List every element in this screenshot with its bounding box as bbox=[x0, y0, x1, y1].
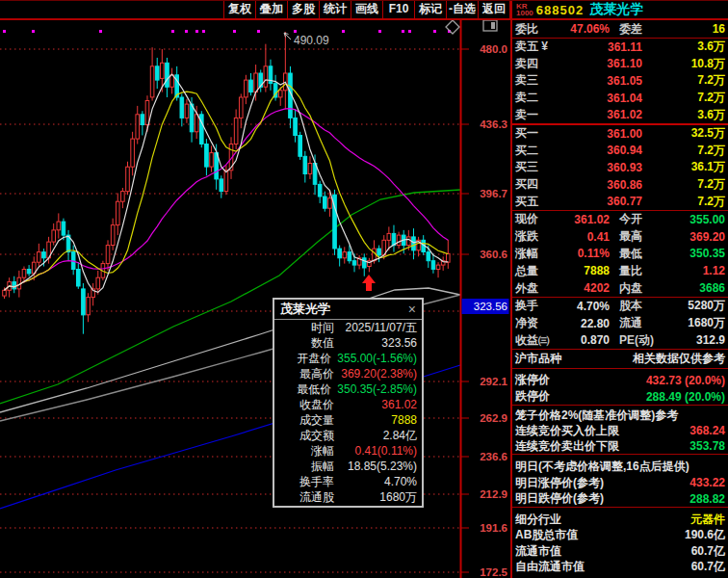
axis-label: 172.5 bbox=[480, 566, 507, 578]
quote-cell: 最高 bbox=[610, 228, 669, 245]
quote-cell: 361.11 bbox=[565, 40, 642, 54]
quote-cell: 22.80 bbox=[554, 317, 610, 330]
quote-cell: AB股总市值 bbox=[515, 527, 578, 543]
quote-cell: 47.06% bbox=[554, 22, 610, 36]
info-label: 成交量 bbox=[274, 412, 340, 429]
info-label: 最高价 bbox=[274, 366, 340, 382]
quote-cell: 内盘 bbox=[610, 280, 669, 297]
candle-body bbox=[111, 225, 115, 246]
candle-body bbox=[397, 235, 401, 246]
quote-cell: 433.22 bbox=[604, 476, 725, 489]
candle-body bbox=[447, 253, 451, 262]
info-dialog-body: 时间2025/11/07/五数值323.56开盘价355.00(-1.56%)最… bbox=[274, 320, 422, 505]
quote-cell: 量比 bbox=[610, 263, 669, 279]
quote-cell: 288.82 bbox=[604, 492, 725, 506]
candle-body bbox=[190, 104, 194, 132]
info-row: 收盘价361.02 bbox=[274, 397, 422, 412]
info-dialog-titlebar: 茂莱光学 × bbox=[274, 300, 422, 320]
limits-row: 跌停价288.49 (20.0%) bbox=[512, 388, 728, 405]
signal-dot bbox=[433, 30, 436, 33]
quote-cell: 卖四 bbox=[515, 56, 565, 72]
candle-body bbox=[185, 104, 189, 118]
quote-cell: 3.6万 bbox=[642, 39, 725, 55]
candle-body bbox=[22, 270, 26, 278]
info-label: 换手率 bbox=[274, 474, 340, 490]
quote-cell: 361.02 bbox=[554, 213, 610, 226]
signal-dot bbox=[32, 30, 35, 33]
quote-cell: 3.6万 bbox=[642, 107, 725, 123]
app-window: 490.09480.0436.3396.7360.6292.1262.9236.… bbox=[0, 0, 728, 578]
quote-cell: 7.2万 bbox=[642, 194, 725, 210]
signal-dot bbox=[402, 30, 404, 33]
quote-cell: 7888 bbox=[554, 264, 610, 277]
quote-cell: 自由流通市值 bbox=[515, 559, 585, 575]
candle-body bbox=[87, 298, 91, 315]
candle-body bbox=[362, 258, 366, 268]
candle-body bbox=[264, 66, 268, 87]
quote-cell: 连续竞价卖出价下限 bbox=[515, 438, 619, 454]
info-label: 时间 bbox=[274, 320, 340, 336]
crosshair-price-label: 323.56 bbox=[474, 301, 507, 312]
quote-cell: 现价 bbox=[515, 211, 554, 227]
signal-dot bbox=[378, 30, 381, 33]
section-asks: 卖五 ¥361.113.6万卖四361.1010.8万卖三361.057.2万卖… bbox=[512, 39, 728, 123]
toolbar-button[interactable]: 返回 bbox=[478, 1, 510, 18]
quote-cell: 368.24 bbox=[619, 424, 725, 437]
info-value: 369.20(2.38%) bbox=[340, 367, 422, 381]
quote-cell: 190.6亿 bbox=[578, 527, 725, 543]
candle-body bbox=[155, 66, 159, 80]
candle-body bbox=[136, 115, 140, 139]
toolbar-button[interactable]: F10 bbox=[382, 1, 414, 18]
candle-body bbox=[338, 249, 342, 258]
toolbar-button[interactable]: -自选 bbox=[446, 1, 478, 18]
quote-cell: 笼子价格2%(随基准价调整)参考 bbox=[515, 407, 725, 423]
candle-body bbox=[161, 63, 165, 78]
candle-body bbox=[52, 230, 56, 242]
quote-cell: 36.1万 bbox=[642, 159, 725, 175]
toolbar-button[interactable]: 画线 bbox=[351, 1, 382, 18]
industry-row: 细分行业元器件 bbox=[512, 512, 728, 528]
toolbar-button[interactable]: 复权 bbox=[223, 1, 255, 18]
stats1-row: 总量7888量比1.12 bbox=[512, 262, 728, 279]
tomorrow-row: 明日(不考虑价格调整,16点后提供) bbox=[512, 459, 728, 475]
candle-body bbox=[77, 270, 81, 287]
stats1-row: 现价361.02今开355.00 bbox=[512, 211, 728, 228]
signal-dot bbox=[202, 30, 205, 33]
axis-label: 292.1 bbox=[480, 376, 507, 387]
quote-cell: 卖三 bbox=[515, 72, 565, 89]
axis-label: 212.9 bbox=[480, 488, 507, 500]
toolbar-button[interactable]: 统计 bbox=[319, 1, 351, 18]
toolbar-button[interactable]: 叠加 bbox=[255, 1, 287, 18]
quote-cell: 收益㈢ bbox=[515, 332, 554, 349]
limits-row: 涨停价432.73 (20.0%) bbox=[512, 372, 728, 388]
quote-cell: 7.2万 bbox=[642, 90, 725, 106]
kline-chart[interactable]: 490.09480.0436.3396.7360.6292.1262.9236.… bbox=[0, 1, 510, 578]
quote-cell: 4202 bbox=[554, 281, 610, 295]
candle-body bbox=[234, 118, 238, 144]
quote-cell: 沪市品种 bbox=[515, 351, 561, 367]
quote-cell: 跌停价 bbox=[515, 388, 550, 405]
candle-body bbox=[427, 252, 430, 261]
axis-label: 396.7 bbox=[480, 188, 507, 199]
stock-name: 茂莱光学 bbox=[589, 1, 643, 18]
section-weibi: 委比47.06%委差16 bbox=[512, 20, 728, 38]
candle-body bbox=[239, 97, 243, 118]
quote-sections: 委比47.06%委差16卖五 ¥361.113.6万卖四361.1010.8万卖… bbox=[512, 20, 728, 575]
bids-row: 买一361.0032.5万 bbox=[512, 125, 728, 143]
section-bids: 买一361.0032.5万买二360.947.2万买三360.9336.1万买四… bbox=[512, 125, 728, 210]
toolbar-button[interactable]: 多股 bbox=[287, 1, 319, 18]
info-row: 时间2025/11/07/五 bbox=[274, 320, 422, 335]
tomorrow-row: 明日涨停价(参考)433.22 bbox=[512, 475, 728, 491]
toolbar-button[interactable]: 标记 bbox=[414, 1, 446, 18]
close-icon[interactable]: × bbox=[408, 302, 416, 317]
info-label: 数值 bbox=[274, 335, 340, 352]
quote-cell: 360.77 bbox=[565, 195, 642, 208]
quote-cell: 买一 bbox=[515, 125, 565, 142]
axis-label: 262.9 bbox=[480, 412, 507, 424]
industry-row: 流通市值60.7亿 bbox=[512, 543, 728, 560]
logo-bottom: 1000 bbox=[516, 10, 533, 16]
quote-cell: 350.35 bbox=[669, 247, 725, 260]
high-annotation: 490.09 bbox=[294, 34, 329, 47]
candle-body bbox=[62, 222, 65, 235]
candle-body bbox=[3, 290, 7, 296]
